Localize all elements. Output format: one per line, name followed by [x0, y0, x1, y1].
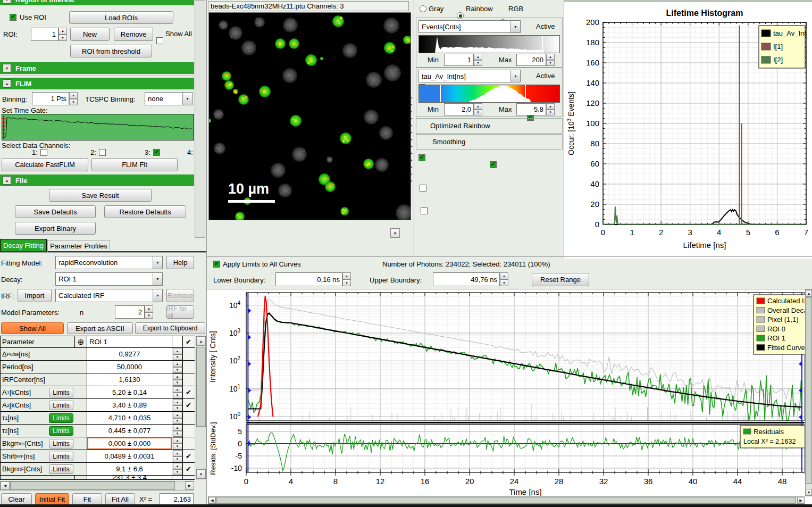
fix-parameter-checkbox[interactable]: ✔: [183, 463, 194, 475]
tab-parameter-profiles[interactable]: Parameter Profiles: [47, 240, 110, 252]
value-stepper[interactable]: ▲▼: [172, 361, 183, 373]
binning-stepper[interactable]: ▲▼: [69, 92, 78, 105]
use-roi-checkbox[interactable]: [10, 14, 16, 21]
load-rois-button[interactable]: Load ROIs: [69, 11, 173, 24]
initial-fit-button[interactable]: Initial Fit: [35, 493, 69, 505]
collapse-icon[interactable]: ▾: [3, 64, 11, 72]
lower-boundary-stepper[interactable]: ▲▼: [342, 272, 351, 286]
gray-mode-radio[interactable]: [420, 5, 426, 12]
section-header-frame[interactable]: ▾ Frame: [0, 62, 194, 74]
lifetime-min-stepper[interactable]: ▲▼: [474, 103, 482, 115]
fix-parameter-checkbox[interactable]: [183, 425, 194, 437]
remove-roi-button[interactable]: Remove: [114, 28, 153, 41]
parameter-value[interactable]: 1,6130: [87, 373, 172, 386]
parameter-value[interactable]: 0,0489 ± 0,0031: [87, 450, 172, 462]
lifetime-min-checkbox[interactable]: [418, 154, 425, 161]
splitter-handle-icon[interactable]: ▶: [409, 96, 412, 100]
value-stepper[interactable]: ▲▼: [172, 412, 183, 424]
splitter-handle-icon[interactable]: ▶: [409, 158, 412, 162]
scroll-down-icon[interactable]: ▼: [806, 489, 812, 496]
scroll-up-icon[interactable]: ▲: [806, 290, 812, 297]
value-stepper[interactable]: ▲▼: [172, 450, 183, 462]
fit-all-button[interactable]: Fit All: [105, 493, 135, 505]
scroll-thumb[interactable]: [806, 297, 812, 484]
lifetime-max-stepper[interactable]: ▲▼: [546, 103, 555, 115]
section-header-flim[interactable]: ▴ FLIM: [0, 78, 194, 89]
roi-number-stepper[interactable]: ▲▼: [58, 28, 67, 41]
splitter-handle-icon[interactable]: ▶: [409, 151, 412, 155]
export-ascii-button[interactable]: Export as ASCII: [67, 322, 133, 334]
parameter-value[interactable]: 3,40 ± 0,89: [87, 399, 172, 411]
lifetime-histogram-chart[interactable]: Lifetime Histogram01234567Lifetime [ns]0…: [564, 2, 812, 256]
lifetime-min-input[interactable]: 2,0: [444, 103, 474, 115]
intensity-min-input[interactable]: 1: [444, 54, 474, 66]
scroll-up-icon[interactable]: ▲: [196, 336, 206, 346]
scroll-down-icon[interactable]: ▼: [196, 469, 206, 479]
limits-button[interactable]: Limits: [49, 464, 73, 474]
calculate-fastflim-button[interactable]: Calculate FastFLIM: [2, 158, 88, 171]
parameter-value[interactable]: 0,9277: [87, 348, 172, 360]
flim-image[interactable]: 10 µm: [208, 12, 411, 220]
irf-for-all-button[interactable]: IRF for all: [166, 305, 194, 319]
table-scrollbar[interactable]: ▲ ▼: [196, 336, 206, 479]
new-roi-button[interactable]: New: [70, 28, 110, 41]
lifetime-max-checkbox[interactable]: [490, 161, 497, 168]
intensity-histogram-bar[interactable]: [418, 35, 560, 53]
intensity-max-input[interactable]: 200: [516, 54, 546, 66]
splitter-handle-icon[interactable]: ▶: [409, 172, 412, 176]
splitter-handle-icon[interactable]: ▶: [409, 123, 412, 128]
lifetime-channel-dropdown[interactable]: tau_Av_Int[ns]▼: [418, 70, 521, 82]
fix-parameter-checkbox[interactable]: [183, 361, 194, 373]
flim-fit-button[interactable]: FLIM Fit: [91, 158, 178, 171]
irf-remove-button[interactable]: Remove: [166, 289, 194, 302]
value-stepper[interactable]: ▲▼: [172, 463, 183, 475]
value-stepper[interactable]: ▲▼: [172, 373, 183, 386]
limits-button[interactable]: Limits: [49, 388, 73, 397]
fix-parameter-checkbox[interactable]: ✔: [183, 450, 194, 462]
section-header-file[interactable]: ▴ File: [0, 174, 194, 186]
decay-vscrollbar[interactable]: ▲ ▼: [805, 289, 812, 496]
irf-dropdown[interactable]: Calculated IRF▼: [55, 289, 163, 302]
value-stepper[interactable]: ▲▼: [172, 386, 183, 398]
export-binary-button[interactable]: Export Binary: [15, 222, 96, 235]
fix-parameter-checkbox[interactable]: ✔: [183, 399, 194, 411]
parameter-value[interactable]: 0,000 ± 0,000: [87, 437, 172, 450]
channel-2-checkbox[interactable]: [99, 149, 106, 156]
intensity-channel-dropdown[interactable]: Events[Cnts]▼: [418, 20, 521, 33]
splitter-handle-icon[interactable]: ▶: [409, 110, 412, 114]
clear-button[interactable]: Clear: [1, 493, 32, 505]
tcspc-binning-dropdown[interactable]: none▼: [145, 92, 192, 105]
scroll-left-icon[interactable]: ◀: [208, 497, 216, 504]
parameter-value[interactable]: 0,445 ± 0,077: [87, 425, 172, 437]
optimized-rainbow-checkbox[interactable]: [420, 185, 426, 192]
splitter-handle-icon[interactable]: ▶: [409, 144, 412, 148]
splitter-handle-icon[interactable]: ▶: [409, 117, 412, 121]
intensity-max-stepper[interactable]: ▲▼: [546, 54, 555, 66]
fix-parameter-checkbox[interactable]: [183, 348, 194, 360]
time-gate-widget[interactable]: [2, 114, 194, 140]
n-stepper[interactable]: ▲▼: [145, 305, 153, 319]
scroll-right-icon[interactable]: ▶: [185, 481, 194, 490]
channel-3-checkbox[interactable]: [153, 149, 160, 156]
scroll-left-icon[interactable]: ◀: [1, 481, 10, 490]
channel-1-checkbox[interactable]: [40, 149, 47, 156]
splitter-handle-icon[interactable]: ▶: [409, 130, 412, 135]
value-stepper[interactable]: ▲▼: [172, 437, 183, 450]
limits-button[interactable]: Limits: [49, 439, 73, 448]
section-header-roi[interactable]: ▾ Region of Interest: [0, 0, 194, 5]
fix-parameter-checkbox[interactable]: [183, 412, 194, 424]
roi-from-threshold-button[interactable]: ROI from threshold: [70, 45, 152, 57]
scroll-thumb[interactable]: [10, 481, 175, 490]
fix-parameter-checkbox[interactable]: [183, 437, 194, 450]
export-clipboard-button[interactable]: Export to Clipboard: [135, 322, 205, 334]
scroll-thumb[interactable]: [196, 347, 206, 427]
fix-parameter-checkbox[interactable]: ✔: [183, 386, 194, 398]
tab-decay-fitting[interactable]: Decay Fitting: [0, 239, 47, 252]
parameter-value[interactable]: 4,710 ± 0,035: [87, 412, 172, 424]
limits-button[interactable]: Limits: [49, 401, 73, 410]
fitting-model-dropdown[interactable]: rapidReconvolution▼: [55, 256, 163, 269]
limits-button[interactable]: Limits: [49, 413, 73, 423]
save-defaults-button[interactable]: Save Defaults: [15, 205, 96, 218]
check-all-icon[interactable]: ✔: [183, 336, 194, 347]
table-hscrollbar[interactable]: ◀ ▶: [0, 481, 194, 491]
